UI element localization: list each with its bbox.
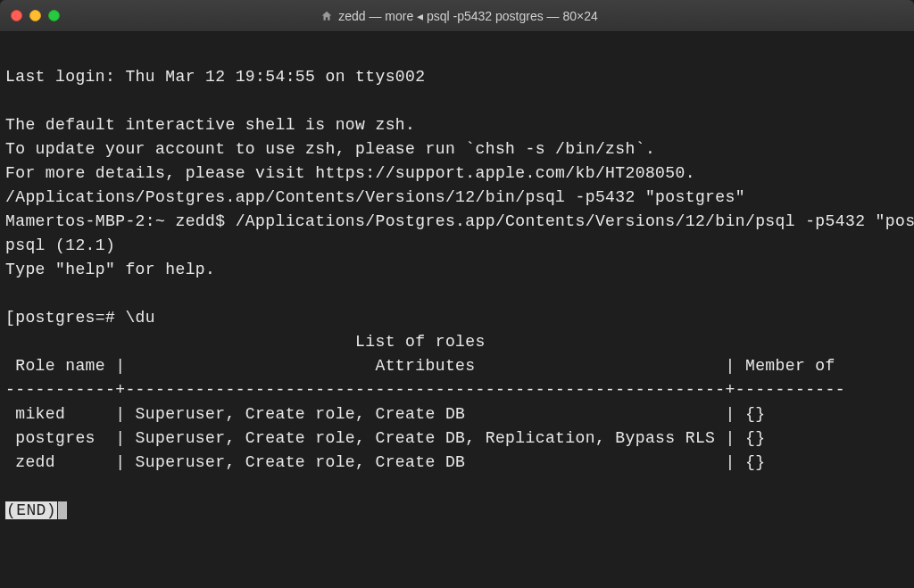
- zsh-notice-line: The default interactive shell is now zsh…: [5, 116, 415, 134]
- shell-prompt-line: Mamertos-MBP-2:~ zedd$ /Applications/Pos…: [5, 212, 914, 230]
- window-title-text: zedd — more ◂ psql -p5432 postgres — 80×…: [338, 9, 598, 23]
- pager-end-marker: (END): [5, 501, 57, 519]
- psql-help-line: Type "help" for help.: [5, 261, 215, 278]
- titlebar: zedd — more ◂ psql -p5432 postgres — 80×…: [0, 0, 914, 32]
- psql-version-line: psql (12.1): [5, 236, 115, 254]
- terminal-output[interactable]: Last login: Thu Mar 12 19:54:55 on ttys0…: [0, 32, 914, 532]
- table-title: List of roles: [5, 333, 486, 351]
- table-header: Role name | Attributes | Member of: [5, 357, 835, 375]
- table-row: postgres | Superuser, Create role, Creat…: [5, 429, 765, 447]
- home-icon: [320, 10, 333, 22]
- psql-prompt-line: [postgres=# \du: [5, 309, 155, 327]
- table-row: miked | Superuser, Create role, Create D…: [5, 405, 765, 423]
- zsh-notice-line: For more details, please visit https://s…: [5, 164, 695, 182]
- command-echo-line: /Applications/Postgres.app/Contents/Vers…: [5, 188, 745, 206]
- zsh-notice-line: To update your account to use zsh, pleas…: [5, 140, 655, 158]
- table-rule: -----------+----------------------------…: [5, 381, 845, 399]
- window-title: zedd — more ◂ psql -p5432 postgres — 80×…: [15, 9, 903, 23]
- table-row: zedd | Superuser, Create role, Create DB…: [5, 453, 765, 471]
- cursor: [58, 501, 67, 519]
- last-login-line: Last login: Thu Mar 12 19:54:55 on ttys0…: [5, 68, 425, 86]
